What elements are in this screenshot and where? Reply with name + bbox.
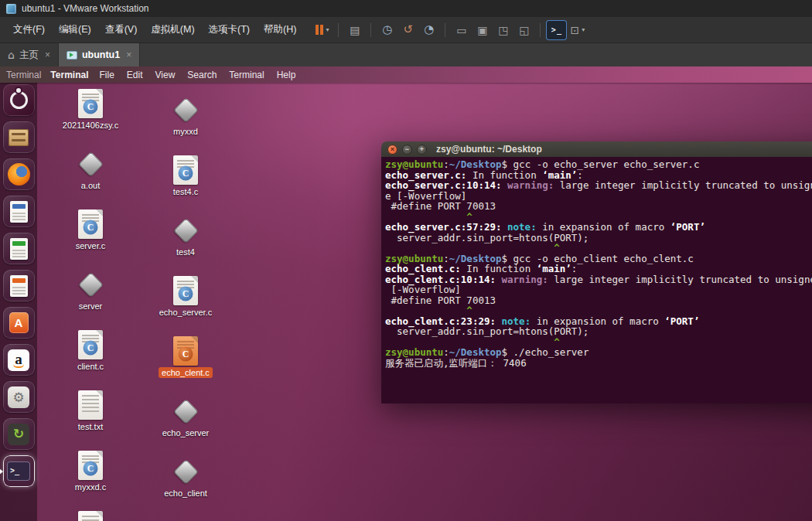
unity-launcher: Aa⚙↻>_ (0, 83, 37, 521)
toolbar-separator (370, 23, 371, 37)
files-icon (9, 129, 29, 146)
desktop-icon-test.txt[interactable]: test.txt (57, 389, 124, 432)
panel-menu-terminal[interactable]: Terminal (223, 70, 270, 80)
executable-icon (82, 268, 100, 301)
panel-menu-view[interactable]: View (149, 70, 182, 80)
vmware-workstation-window: ubuntu1 - VMware Workstation 文件(F)编辑(E)查… (0, 0, 812, 521)
stretch-view-button[interactable]: ⊡▾ (568, 21, 587, 39)
panel-app-name[interactable]: Terminal (46, 70, 93, 80)
dash-home-button[interactable] (3, 84, 35, 116)
terminal-console-icon: >_ (551, 26, 562, 34)
panel-menu-help[interactable]: Help (271, 70, 302, 80)
desktop-icon-label: test4 (173, 247, 198, 257)
menu-虚拟机(M)[interactable]: 虚拟机(M) (144, 19, 201, 40)
revert-snapshot-button[interactable]: ↺ (398, 21, 418, 39)
terminal-line: server_addr.sin_port=htons(PORT); (385, 233, 812, 243)
menu-选项卡(T)[interactable]: 选项卡(T) (202, 19, 257, 40)
terminal-line: echo_server.c: In function ‘main’: (385, 170, 812, 181)
desktop-icon-test4[interactable]: test4 (152, 214, 219, 257)
executable-icon (177, 395, 195, 427)
panel-menu-file[interactable]: File (93, 70, 120, 80)
desktop-icon-echo_server.c[interactable]: Cecho_server.c (152, 274, 219, 318)
tab-主页[interactable]: ⌂主页× (0, 43, 59, 66)
software-icon: A (9, 312, 29, 333)
tab-close-icon[interactable]: × (126, 49, 131, 60)
terminal-content[interactable]: zsy@ubuntu:~/Desktop$ gcc -o echo_server… (381, 157, 812, 404)
files-launcher[interactable] (3, 121, 35, 153)
stretch-view-icon: ⊡ (571, 25, 580, 36)
software-updater-launcher[interactable]: ↻ (3, 418, 35, 450)
desktop-icon-file[interactable] (57, 509, 124, 521)
amazon-icon: a (8, 349, 29, 371)
desktop-icon-server[interactable]: server (57, 268, 124, 312)
terminal-titlebar[interactable]: × − + zsy@ubuntu: ~/Desktop (381, 141, 812, 157)
desktop-icon-myxxd[interactable]: myxxd (152, 94, 219, 137)
desktop-icon-echo_clent.c[interactable]: Cecho_clent.c (152, 335, 219, 378)
libreoffice-writer-launcher[interactable] (3, 196, 35, 227)
desktop-icon-server.c[interactable]: Cserver.c (57, 208, 124, 251)
terminal-line: [-Woverflow] (385, 284, 812, 295)
maximize-button[interactable]: + (417, 145, 427, 155)
libreoffice-impress-launcher[interactable] (3, 270, 35, 301)
console-panel-button[interactable]: >_ (547, 21, 566, 39)
menu-帮助(H)[interactable]: 帮助(H) (257, 19, 303, 40)
panel-menubar: FileEditViewSearchTerminalHelp (93, 70, 302, 80)
snapshot-manager-icon: ◔ (424, 24, 434, 36)
fullscreen-icon: ◳ (498, 25, 508, 36)
terminal-line: echo_clent.c: In function ‘main’: (385, 264, 812, 274)
toolbar-separator (445, 23, 445, 37)
system-settings-launcher[interactable]: ⚙ (3, 381, 35, 413)
tab-ubuntu1[interactable]: ubuntu1× (59, 43, 140, 66)
toolbar-separator (338, 23, 339, 37)
desktop-icon-test4.c[interactable]: Ctest4.c (152, 154, 219, 197)
desktop-icon-label: test.txt (75, 421, 106, 432)
cycle-monitors-icon: ◱ (519, 25, 529, 36)
cycle-monitors-button[interactable]: ◱ (514, 21, 534, 39)
ubuntu-software-launcher[interactable]: A (3, 307, 35, 339)
desktop-icon-myxxd.c[interactable]: Cmyxxd.c (57, 449, 124, 492)
tab-close-icon[interactable]: × (45, 49, 50, 60)
libreoffice-calc-launcher[interactable] (3, 233, 35, 264)
panel-menu-search[interactable]: Search (181, 70, 223, 80)
desktop-icon-client.c[interactable]: Cclient.c (57, 329, 124, 372)
c-source-file-icon: C (78, 449, 103, 482)
snapshot-manager-button[interactable]: ◔ (419, 21, 438, 39)
settings-icon: ⚙ (8, 386, 29, 408)
home-icon: ⌂ (8, 49, 15, 61)
running-indicator-icon (0, 468, 3, 475)
desktop-icon-echo_server[interactable]: echo_server (152, 395, 219, 438)
menu-查看(V)[interactable]: 查看(V) (98, 19, 145, 40)
amazon-launcher[interactable]: a (3, 344, 35, 376)
vmware-menubar: 文件(F)编辑(E)查看(V)虚拟机(M)选项卡(T)帮助(H) (6, 19, 303, 40)
desktop-icon-20211406zsy.c[interactable]: C20211406zsy.c (57, 87, 124, 131)
terminal-line: server_addr.sin_port=htons(PORT); (385, 326, 812, 337)
dropdown-caret-icon: ▾ (326, 26, 329, 33)
desktop-icon-label: echo_clent.c (159, 367, 213, 378)
terminal-line: zsy@ubuntu:~/Desktop$ ./echo_server (385, 347, 812, 358)
desktop-icon-label: echo_client (161, 488, 210, 499)
desktop-icon-echo_client[interactable]: echo_client (152, 455, 219, 499)
minimize-button[interactable]: − (402, 145, 412, 155)
firefox-launcher[interactable] (3, 158, 35, 190)
unity-mode-button[interactable]: ▣ (473, 21, 492, 39)
terminal-launcher[interactable]: >_ (3, 455, 35, 487)
menu-文件(F)[interactable]: 文件(F) (6, 19, 52, 40)
panel-menu-edit[interactable]: Edit (121, 70, 149, 80)
desktop-icon-a.out[interactable]: a.out (57, 148, 124, 191)
menu-编辑(E)[interactable]: 编辑(E) (52, 19, 98, 40)
desktop-icon-label: server (76, 301, 106, 312)
unity-top-panel: Terminal Terminal FileEditViewSearchTerm… (0, 66, 812, 83)
terminal-line: #define PORT 70013 (385, 295, 812, 306)
send-ctrl-alt-del-button[interactable]: ▤ (345, 21, 364, 39)
take-snapshot-button[interactable]: ◷ (377, 21, 397, 39)
show-console-view-button[interactable]: ▭ (452, 21, 471, 39)
dropdown-caret-icon: ▾ (582, 26, 585, 33)
terminal-line: e [-Woverflow] (385, 191, 812, 202)
close-button[interactable]: × (387, 145, 397, 155)
window-titlebar[interactable]: ubuntu1 - VMware Workstation (0, 0, 812, 17)
c-source-file-icon: C (173, 335, 198, 367)
suspend-button[interactable]: ▾ (312, 21, 332, 39)
terminal-line: #define PORT 70013 (385, 201, 812, 212)
fullscreen-button[interactable]: ◳ (493, 21, 513, 39)
terminal-title: zsy@ubuntu: ~/Desktop (436, 144, 542, 155)
